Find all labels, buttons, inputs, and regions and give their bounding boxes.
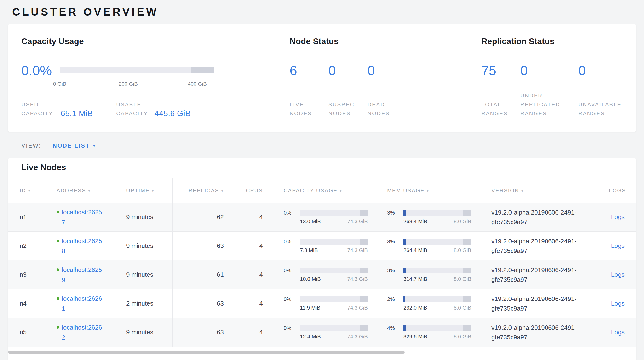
column-header-uptime[interactable]: UPTIME▾ [116, 178, 172, 203]
node-mem-usage-cell: 2% 232.0 MiB8.0 GiB [377, 289, 480, 318]
mem-usage-bar [404, 296, 471, 302]
node-status-heading: Node Status [290, 36, 481, 46]
table-row: n4 localhost:26261 2 minutes 63 4 0% [8, 289, 636, 318]
sort-caret-icon: ▾ [28, 188, 31, 193]
view-dropdown[interactable]: NODE LIST ▾ [53, 142, 96, 149]
logs-link[interactable]: Logs [611, 300, 624, 307]
sort-caret-icon: ▾ [222, 188, 224, 193]
node-uptime-cell: 9 minutes [116, 260, 172, 289]
node-version-cell: v19.2.0-alpha.20190606-2491-gfe735c9a97 [480, 318, 609, 346]
node-logs-cell: Logs [609, 260, 636, 289]
memory-percent: 3% [387, 239, 404, 245]
total-ranges-count: 75 [481, 64, 520, 77]
column-header-address[interactable]: ADDRESS▾ [47, 178, 116, 203]
column-header-mem-usage[interactable]: MEM USAGE▾ [377, 178, 480, 203]
node-capacity-usage-cell: 0% 7.3 MiB74.3 GiB [274, 232, 377, 260]
node-address-cell: localhost:26257 [47, 203, 116, 231]
page-title: CLUSTER OVERVIEW [12, 0, 636, 18]
dead-nodes-label: DEAD NODES [368, 100, 390, 118]
capacity-bar-reserved-segment [191, 67, 214, 73]
axis-tick-label: 0 GiB [53, 81, 66, 87]
live-nodes-label: LIVE NODES [290, 100, 328, 118]
table-body: n1 localhost:26257 9 minutes 62 4 0% [8, 203, 636, 347]
table-row: n3 localhost:26259 9 minutes 61 4 0% [8, 260, 636, 289]
unavailable-ranges-stat: 0 UNAVAILABLE RANGES [578, 64, 622, 118]
capacity-percent: 0% [284, 239, 300, 245]
node-mem-usage-cell: 3% 314.7 MiB8.0 GiB [377, 260, 480, 289]
logs-link[interactable]: Logs [611, 328, 624, 336]
column-header-cpus[interactable]: CPUS [236, 178, 274, 203]
sort-caret-icon: ▾ [427, 188, 429, 193]
capacity-bar-chart: 0 GiB 200 GiB 400 GiB [60, 67, 214, 77]
logs-link[interactable]: Logs [611, 242, 624, 250]
capacity-percent-value: 0.0% [21, 64, 60, 77]
node-address-link[interactable]: localhost:26262 [62, 322, 103, 342]
node-address-link[interactable]: localhost:26257 [62, 207, 103, 227]
column-header-logs: LOGS [609, 178, 636, 203]
node-id-cell: n3 [8, 260, 47, 289]
logs-link[interactable]: Logs [611, 213, 624, 221]
live-status-icon [56, 240, 59, 242]
live-status-icon [56, 268, 59, 271]
sort-caret-icon: ▾ [152, 188, 154, 193]
node-address-cell: localhost:26258 [47, 232, 116, 260]
node-id-cell: n5 [8, 318, 47, 346]
node-uptime-cell: 9 minutes [116, 232, 172, 260]
column-header-id[interactable]: ID▾ [8, 178, 47, 203]
node-replicas-cell: 62 [172, 203, 236, 231]
table-row: n5 localhost:26262 9 minutes 63 4 0% [8, 318, 636, 347]
node-mem-usage-cell: 4% 329.6 MiB8.0 GiB [377, 318, 480, 346]
table-header-row: ID▾ ADDRESS▾ UPTIME▾ REPLICAS▾ CPUS CAPA… [8, 178, 636, 203]
column-header-capacity-usage[interactable]: CAPACITY USAGE▾ [274, 178, 377, 203]
node-address-cell: localhost:26259 [47, 260, 116, 289]
view-bar: VIEW: NODE LIST ▾ [21, 142, 636, 149]
node-logs-cell: Logs [609, 318, 636, 346]
node-status-section: Node Status 6 LIVE NODES 0 SUSPECT NODES [290, 36, 481, 131]
node-uptime-cell: 9 minutes [116, 318, 172, 346]
node-capacity-usage-cell: 0% 13.0 MiB74.3 GiB [274, 203, 377, 231]
node-address-link[interactable]: localhost:26259 [62, 265, 103, 285]
cluster-overview-page: CLUSTER OVERVIEW Capacity Usage 0.0% 0 G… [0, 0, 644, 360]
node-cpus-cell: 4 [236, 289, 274, 318]
node-address-link[interactable]: localhost:26258 [62, 236, 103, 256]
column-header-replicas[interactable]: REPLICAS▾ [172, 178, 236, 203]
used-capacity-label: USED CAPACITY [21, 100, 60, 118]
capacity-percent: 0% [284, 210, 300, 216]
capacity-usage-section: Capacity Usage 0.0% 0 GiB 200 GiB 400 Gi… [21, 36, 290, 131]
capacity-usage-bar [300, 296, 368, 302]
usable-capacity-value: 445.6 GiB [154, 109, 190, 118]
live-status-icon [56, 326, 59, 328]
capacity-percent: 0% [284, 296, 300, 302]
view-dropdown-value: NODE LIST [53, 142, 90, 149]
node-replicas-cell: 61 [172, 260, 236, 289]
logs-link[interactable]: Logs [611, 271, 624, 278]
table-row: n2 localhost:26258 9 minutes 63 4 0% [8, 232, 636, 260]
memory-percent: 2% [387, 296, 404, 302]
sort-caret-icon: ▾ [521, 188, 524, 193]
capacity-percent: 0% [284, 325, 300, 331]
node-mem-usage-cell: 3% 268.4 MiB8.0 GiB [377, 203, 480, 231]
mem-usage-bar [404, 268, 471, 273]
view-label: VIEW: [21, 142, 41, 149]
live-nodes-count: 6 [290, 64, 328, 77]
suspect-nodes-label: SUSPECT NODES [328, 100, 368, 118]
used-capacity-value: 65.1 MiB [60, 109, 93, 118]
live-nodes-stat: 6 LIVE NODES [290, 64, 328, 118]
mem-usage-bar [404, 325, 471, 331]
capacity-usage-bar [300, 210, 368, 216]
horizontal-scrollbar-thumb[interactable] [8, 351, 405, 353]
axis-tick-label: 200 GiB [118, 81, 138, 87]
node-address-cell: localhost:26261 [47, 289, 116, 318]
cluster-summary-card: Capacity Usage 0.0% 0 GiB 200 GiB 400 Gi… [8, 25, 636, 131]
sort-caret-icon: ▾ [88, 188, 90, 193]
node-id-cell: n4 [8, 289, 47, 318]
live-status-icon [56, 297, 59, 300]
node-address-link[interactable]: localhost:26261 [62, 293, 103, 314]
column-header-version[interactable]: VERSION▾ [480, 178, 609, 203]
node-logs-cell: Logs [609, 289, 636, 318]
dead-nodes-count: 0 [368, 64, 390, 77]
axis-tick-mark [94, 74, 94, 78]
memory-percent: 3% [387, 267, 404, 274]
under-replicated-ranges-count: 0 [520, 64, 578, 77]
node-capacity-usage-cell: 0% 10.0 MiB74.3 GiB [274, 260, 377, 289]
